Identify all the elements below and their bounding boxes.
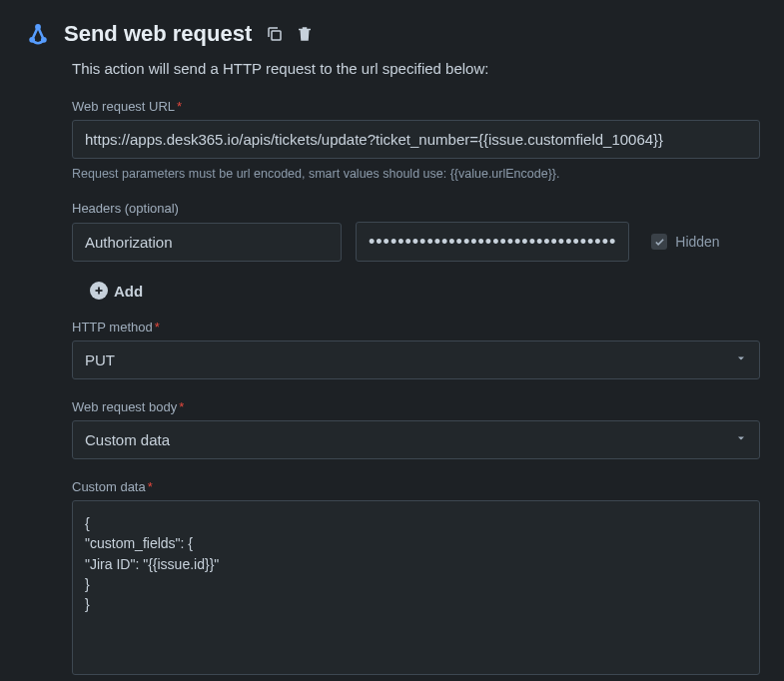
hidden-checkbox-wrap: Hidden <box>651 234 719 250</box>
add-button-label: Add <box>114 283 143 300</box>
required-indicator: * <box>148 479 153 494</box>
body-field-group: Web request body* Custom data <box>72 399 760 459</box>
hidden-checkbox[interactable] <box>651 234 667 250</box>
headers-row: •••••••••••••••••••••••••••••••••• Hidde… <box>72 222 760 262</box>
required-indicator: * <box>179 399 184 414</box>
hidden-checkbox-label: Hidden <box>675 234 719 250</box>
svg-rect-3 <box>272 31 281 40</box>
webhook-icon <box>24 20 52 48</box>
method-label-text: HTTP method <box>72 320 153 335</box>
custom-data-label: Custom data* <box>72 479 760 494</box>
chevron-down-icon <box>735 432 747 447</box>
headers-field-group: Headers (optional) •••••••••••••••••••••… <box>72 201 760 300</box>
plus-circle-icon <box>90 282 108 300</box>
url-field-label: Web request URL* <box>72 99 760 114</box>
method-field-group: HTTP method* PUT <box>72 320 760 379</box>
method-label: HTTP method* <box>72 320 760 335</box>
header-key-input[interactable] <box>72 223 342 262</box>
required-indicator: * <box>177 99 182 114</box>
header-value-input[interactable]: •••••••••••••••••••••••••••••••••• <box>356 222 629 262</box>
body-label-text: Web request body <box>72 399 177 414</box>
page-title: Send web request <box>64 21 252 47</box>
url-label-text: Web request URL <box>72 99 175 114</box>
body-label: Web request body* <box>72 399 760 414</box>
custom-data-label-text: Custom data <box>72 479 146 494</box>
custom-data-textarea[interactable] <box>72 500 760 675</box>
url-helper-text: Request parameters must be url encoded, … <box>72 167 760 181</box>
header-actions <box>264 23 316 45</box>
url-field-group: Web request URL* Request parameters must… <box>72 99 760 181</box>
action-header: Send web request <box>24 20 760 48</box>
body-select-value: Custom data <box>85 431 170 448</box>
url-input[interactable] <box>72 120 760 159</box>
required-indicator: * <box>155 320 160 335</box>
method-select-value: PUT <box>85 351 115 368</box>
headers-label: Headers (optional) <box>72 201 760 216</box>
delete-icon[interactable] <box>294 23 316 45</box>
method-select[interactable]: PUT <box>72 340 760 379</box>
action-description: This action will send a HTTP request to … <box>72 60 760 77</box>
custom-data-field-group: Custom data* <box>72 479 760 678</box>
chevron-down-icon <box>735 352 747 367</box>
add-header-button[interactable]: Add <box>90 282 143 300</box>
copy-icon[interactable] <box>264 23 286 45</box>
body-select[interactable]: Custom data <box>72 420 760 459</box>
